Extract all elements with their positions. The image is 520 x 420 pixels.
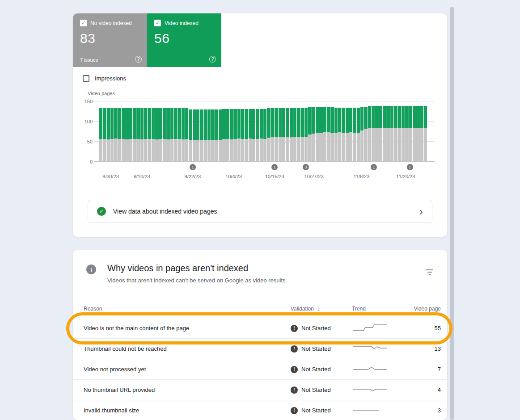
chart-bar[interactable]: [327, 107, 330, 162]
chart-bar[interactable]: [394, 106, 397, 162]
chart-bar[interactable]: [368, 106, 371, 162]
chart-bar[interactable]: [301, 108, 304, 162]
chart-bar[interactable]: [271, 108, 274, 162]
chart-bar[interactable]: [260, 109, 263, 162]
chart-bar[interactable]: [196, 109, 199, 162]
chart-bar[interactable]: [375, 106, 378, 162]
chart-bar[interactable]: [170, 108, 173, 162]
chart-bar[interactable]: [416, 106, 419, 162]
chart-bar[interactable]: [148, 108, 151, 162]
chart-bar[interactable]: [346, 108, 349, 162]
chart-bar[interactable]: [263, 109, 266, 162]
chart-bar[interactable]: [178, 108, 181, 162]
chart-bar[interactable]: [163, 108, 166, 162]
table-row[interactable]: Invalid thumbnail size!Not Started3: [73, 400, 447, 420]
chart-bar[interactable]: [424, 106, 427, 162]
chart-bar[interactable]: [166, 108, 169, 162]
impressions-checkbox[interactable]: [83, 75, 89, 82]
chart-bar[interactable]: [237, 109, 241, 162]
chart-bar[interactable]: [304, 108, 308, 162]
chart-bar[interactable]: [290, 108, 293, 162]
chart-bar[interactable]: [241, 109, 244, 162]
chart-bar[interactable]: [133, 108, 136, 162]
column-validation[interactable]: Validation ↓: [291, 305, 352, 312]
chart-bar[interactable]: [286, 108, 289, 162]
chart-bar[interactable]: [353, 108, 356, 162]
chart-bar[interactable]: [222, 109, 225, 162]
chart-bar[interactable]: [342, 108, 345, 162]
chart-bar[interactable]: [189, 109, 192, 162]
table-row[interactable]: Thumbnail could not be reached!Not Start…: [73, 339, 447, 359]
chart-bar[interactable]: [364, 107, 367, 162]
column-trend[interactable]: Trend: [352, 306, 406, 312]
chart-bar[interactable]: [219, 109, 222, 162]
chart-bar[interactable]: [334, 108, 338, 162]
chart-bar[interactable]: [316, 107, 319, 162]
chart-bar[interactable]: [252, 109, 255, 162]
chart-bar[interactable]: [349, 108, 352, 162]
chart-bar[interactable]: [405, 106, 408, 162]
chart-bar[interactable]: [267, 108, 270, 162]
chart-bar[interactable]: [118, 108, 121, 162]
filter-icon[interactable]: [426, 269, 434, 277]
chart-bar[interactable]: [99, 108, 102, 162]
chart-plot[interactable]: [99, 101, 427, 162]
help-icon[interactable]: ?: [209, 56, 216, 63]
chart-bar[interactable]: [110, 108, 114, 162]
chart-bar[interactable]: [409, 106, 412, 162]
annotation-marker[interactable]: 1: [271, 164, 278, 170]
video-indexed-checkbox[interactable]: ✓: [154, 20, 161, 26]
chart-bar[interactable]: [386, 106, 389, 162]
chart-bar[interactable]: [226, 109, 229, 162]
table-row[interactable]: Video is not the main content of the pag…: [73, 318, 447, 339]
chart-bar[interactable]: [319, 107, 322, 162]
chart-bar[interactable]: [275, 108, 278, 162]
chart-bar[interactable]: [398, 106, 401, 162]
chart-bar[interactable]: [200, 109, 203, 162]
indexed-tile[interactable]: ✓ Video indexed 56 ?: [147, 13, 221, 67]
annotation-marker[interactable]: 1: [371, 164, 377, 170]
chart-bar[interactable]: [174, 108, 177, 162]
chart-bar[interactable]: [230, 109, 233, 162]
annotation-marker[interactable]: 1: [190, 164, 196, 170]
chart-bar[interactable]: [279, 108, 282, 162]
chart-bar[interactable]: [372, 106, 375, 162]
scrollbar-thumb[interactable]: [450, 7, 454, 420]
chart-bar[interactable]: [103, 108, 106, 162]
chart-bar[interactable]: [245, 109, 248, 162]
chart-bar[interactable]: [129, 108, 132, 162]
chart-bar[interactable]: [136, 108, 140, 162]
chart-bar[interactable]: [413, 106, 416, 162]
chart-bar[interactable]: [249, 109, 252, 162]
chart-bar[interactable]: [125, 108, 128, 162]
chart-bar[interactable]: [308, 107, 311, 162]
not-indexed-tile[interactable]: ✓ No video indexed 83 7 issues ?: [73, 13, 147, 67]
chart-bar[interactable]: [312, 107, 315, 162]
annotation-marker[interactable]: 1: [407, 164, 413, 170]
chart-bar[interactable]: [211, 109, 214, 162]
help-icon[interactable]: ?: [135, 56, 142, 63]
chart-bar[interactable]: [282, 108, 285, 162]
chart-bar[interactable]: [379, 106, 382, 162]
table-row[interactable]: No thumbnail URL provided!Not Started4: [73, 380, 447, 400]
chart-bar[interactable]: [193, 109, 196, 162]
chart-bar[interactable]: [182, 108, 185, 162]
chart-bar[interactable]: [122, 108, 125, 162]
chart-bar[interactable]: [256, 109, 259, 162]
chart-bar[interactable]: [338, 108, 341, 162]
chart-bar[interactable]: [293, 108, 296, 162]
chart-bar[interactable]: [140, 108, 144, 162]
chart-bar[interactable]: [383, 106, 386, 162]
chart-bar[interactable]: [233, 109, 237, 162]
chart-bar[interactable]: [144, 108, 147, 162]
column-reason[interactable]: Reason: [84, 306, 291, 312]
chart-bar[interactable]: [420, 106, 423, 162]
table-row[interactable]: Video not processed yet!Not Started7: [73, 359, 447, 380]
chart-bar[interactable]: [215, 109, 218, 162]
chart-bar[interactable]: [159, 108, 162, 162]
annotation-marker[interactable]: 3: [303, 164, 309, 170]
scrollbar[interactable]: [450, 0, 454, 420]
impressions-toggle[interactable]: Impressions: [83, 75, 126, 82]
chart-bar[interactable]: [152, 108, 155, 162]
chart-bar[interactable]: [114, 108, 117, 162]
